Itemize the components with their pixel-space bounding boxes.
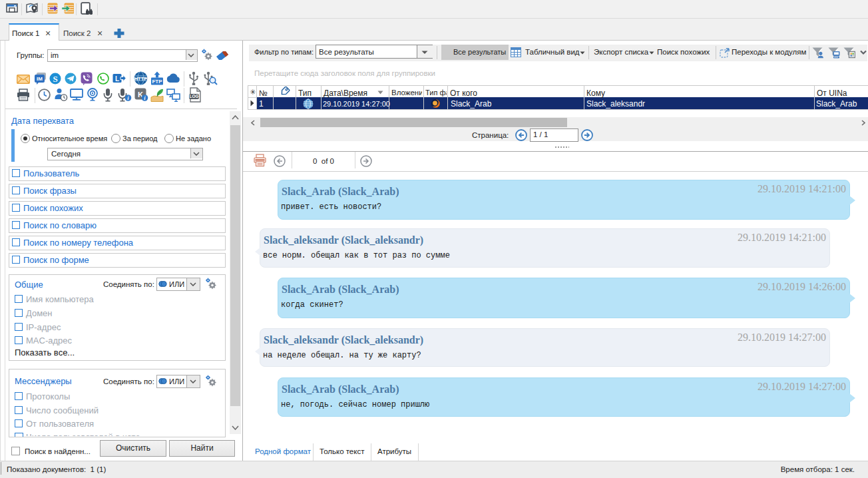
svg-text:IM: IM <box>37 76 43 82</box>
svg-text:S: S <box>53 74 57 84</box>
svg-text:LOG: LOG <box>189 94 198 99</box>
svg-text:HTTP: HTTP <box>134 76 148 82</box>
svg-text:FTP: FTP <box>152 79 162 85</box>
svg-text:L: L <box>115 75 119 83</box>
